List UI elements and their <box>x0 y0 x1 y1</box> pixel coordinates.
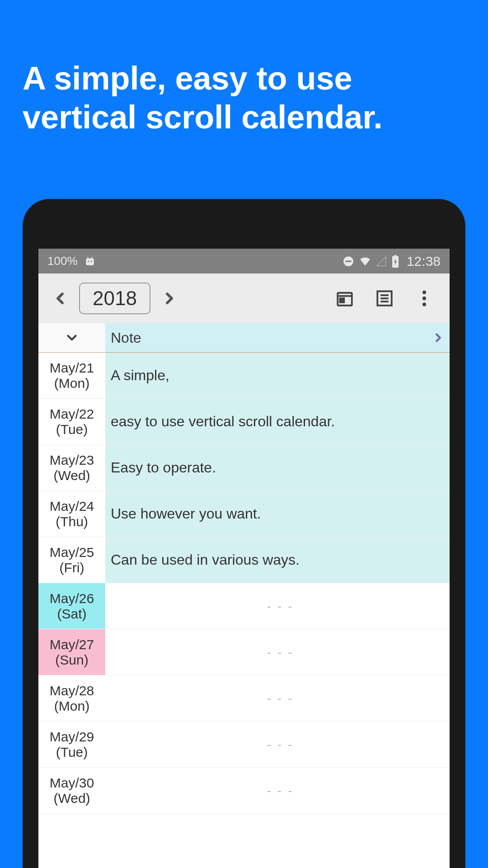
calendar-row[interactable]: May/23(Wed)Easy to operate. <box>38 445 450 491</box>
calendar-row[interactable]: May/22(Tue)easy to use vertical scroll c… <box>38 399 450 445</box>
signal-icon <box>376 256 387 267</box>
date-text: May/23 <box>50 453 94 468</box>
calendar-row[interactable]: May/25(Fri)Can be used in various ways. <box>38 537 450 583</box>
date-cell[interactable]: May/26(Sat) <box>38 583 105 629</box>
status-right: 12:38 <box>343 254 441 269</box>
calendar-row[interactable]: May/28(Mon)- - - <box>38 675 450 722</box>
calendar-row[interactable]: May/26(Sat)- - - <box>38 583 450 629</box>
note-cell[interactable]: Can be used in various ways. <box>105 537 450 583</box>
date-text: May/30 <box>50 775 94 791</box>
today-button[interactable] <box>331 285 358 312</box>
svg-rect-0 <box>86 258 94 265</box>
svg-point-17 <box>422 297 426 300</box>
svg-point-1 <box>88 260 89 262</box>
app-toolbar: 2018 <box>38 274 450 323</box>
year-selector[interactable]: 2018 <box>79 283 150 314</box>
next-year-button[interactable] <box>156 285 183 312</box>
calendar-row[interactable]: May/21(Mon)A simple, <box>38 353 450 399</box>
svg-point-2 <box>90 260 92 262</box>
list-view-button[interactable] <box>371 285 398 312</box>
status-bar: 100% 12:38 <box>38 249 450 274</box>
date-text: May/25 <box>50 545 94 560</box>
note-cell[interactable]: - - - <box>105 583 450 629</box>
day-text: (Tue) <box>56 422 88 437</box>
date-text: May/24 <box>50 499 94 514</box>
svg-rect-8 <box>394 255 397 257</box>
day-text: (Fri) <box>60 560 84 576</box>
note-cell[interactable]: - - - <box>105 768 450 813</box>
svg-rect-11 <box>340 298 344 302</box>
phone-frame: 100% 12:38 <box>23 199 465 868</box>
status-left: 100% <box>47 254 343 268</box>
note-cell[interactable]: Use however you want. <box>105 491 450 537</box>
collapse-button[interactable] <box>38 323 105 352</box>
promo-headline: A simple, easy to use vertical scroll ca… <box>0 0 488 137</box>
day-text: (Wed) <box>53 791 90 806</box>
expand-note-button[interactable] <box>427 323 450 352</box>
calendar-row[interactable]: May/24(Thu)Use however you want. <box>38 491 450 537</box>
day-text: (Mon) <box>54 376 89 391</box>
svg-point-16 <box>422 291 426 294</box>
date-cell[interactable]: May/25(Fri) <box>38 537 105 583</box>
note-column-label: Note <box>105 323 427 352</box>
date-text: May/27 <box>50 637 94 652</box>
day-text: (Mon) <box>54 698 89 714</box>
date-cell[interactable]: May/22(Tue) <box>38 399 105 444</box>
note-cell[interactable]: Easy to operate. <box>105 445 450 491</box>
note-cell[interactable]: A simple, <box>105 353 450 398</box>
date-text: May/29 <box>50 729 94 745</box>
note-header: Note <box>38 323 450 353</box>
note-cell[interactable]: - - - <box>105 675 450 721</box>
battery-charging-icon <box>391 255 399 268</box>
status-time: 12:38 <box>407 254 441 269</box>
svg-rect-6 <box>345 260 351 262</box>
dnd-icon <box>343 255 354 267</box>
overflow-menu-button[interactable] <box>411 285 438 312</box>
date-text: May/26 <box>50 591 94 606</box>
day-text: (Tue) <box>56 745 88 760</box>
date-text: May/21 <box>50 360 94 376</box>
date-cell[interactable]: May/24(Thu) <box>38 491 105 537</box>
wifi-icon <box>359 255 371 267</box>
date-cell[interactable]: May/30(Wed) <box>38 768 105 813</box>
calendar-row[interactable]: May/30(Wed)- - - <box>38 768 450 814</box>
android-icon <box>84 255 96 267</box>
date-cell[interactable]: May/21(Mon) <box>38 353 105 398</box>
date-text: May/22 <box>50 406 94 422</box>
day-text: (Sun) <box>55 652 88 668</box>
date-cell[interactable]: May/29(Tue) <box>38 722 105 767</box>
svg-point-18 <box>422 302 426 306</box>
note-cell[interactable]: easy to use vertical scroll calendar. <box>105 399 450 444</box>
date-text: May/28 <box>50 683 94 698</box>
note-cell[interactable]: - - - <box>105 722 450 767</box>
day-text: (Thu) <box>56 514 88 529</box>
calendar-row[interactable]: May/29(Tue)- - - <box>38 722 450 768</box>
date-cell[interactable]: May/27(Sun) <box>38 629 105 675</box>
note-cell[interactable]: - - - <box>105 629 450 675</box>
day-text: (Sat) <box>57 606 86 622</box>
date-cell[interactable]: May/23(Wed) <box>38 445 105 491</box>
calendar-row[interactable]: May/27(Sun)- - - <box>38 629 450 675</box>
calendar-list[interactable]: May/21(Mon)A simple,May/22(Tue)easy to u… <box>38 353 450 868</box>
phone-screen: 100% 12:38 <box>38 249 450 868</box>
date-cell[interactable]: May/28(Mon) <box>38 675 105 721</box>
battery-percent-text: 100% <box>47 254 78 268</box>
day-text: (Wed) <box>53 468 90 483</box>
prev-year-button[interactable] <box>47 285 74 312</box>
